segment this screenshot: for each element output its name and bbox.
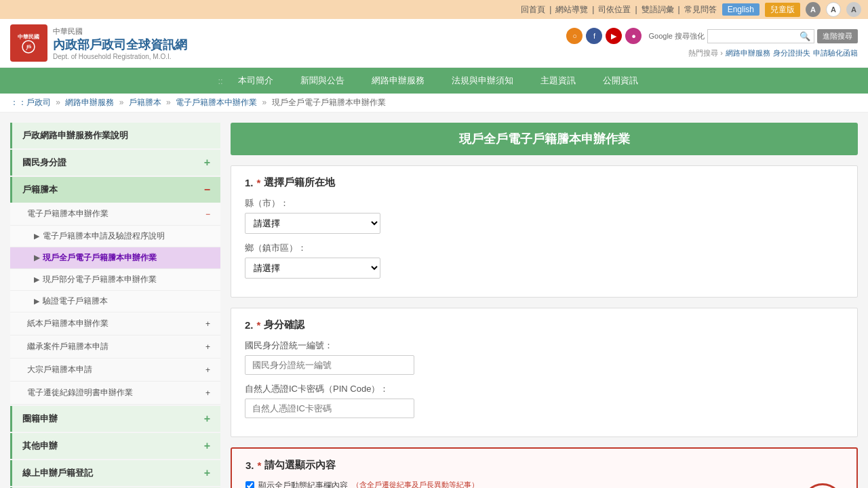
link-position[interactable]: 司依位置 [598,4,631,16]
sidebar-sub-inherit-label: 繼承案件戶籍謄本申請 [27,341,108,352]
nav-open-data[interactable]: 公開資訊 [589,68,652,94]
sidebar-item-service-label: 戶政網路申辦服務作業說明 [22,129,128,142]
sidebar-item-online-reg[interactable]: 線上申辦戶籍登記 + [10,460,220,486]
sidebar-section-id: 國民身分證 + [10,150,220,176]
search-input[interactable] [711,31,800,41]
sidebar-item-circle[interactable]: 圈籍申辦 + [10,406,220,432]
sidebar-item-id[interactable]: 國民身分證 + [10,150,220,176]
checkbox-0-note: （含全戶遷徙紀事及戶長異動等紀事） [352,480,479,488]
sidebar-item-other-label: 其他申辦 [22,440,58,452]
sidebar-sub-inherit[interactable]: 繼承案件戶籍謄本申請 + [10,336,220,359]
instagram-icon[interactable]: ● [625,28,642,44]
sidebar-subsub-current-part[interactable]: ▶ 現戶部分電子戶籍謄本申辦作業 [10,269,220,291]
link-sitemap[interactable]: 網站導覽 [555,4,588,16]
sidebar-item-service[interactable]: 戶政網路申辦服務作業說明 [10,123,220,148]
breadcrumb-home[interactable]: ：：戶政司 [10,98,51,107]
breadcrumb-current: 現戶全戶電子戶籍謄本申辦作業 [272,98,386,107]
pin-label: 自然人憑證IC卡密碼（PIN Code）： [245,383,844,395]
sidebar-subsub-procedure[interactable]: ▶ 電子戶籍謄本申請及驗證程序說明 [10,226,220,247]
youtube-icon[interactable]: ▶ [606,28,622,44]
section2-num: 2. [245,319,254,331]
section2-star: * [257,319,261,331]
section1-star: * [257,177,261,188]
id-input[interactable] [245,355,414,375]
avatar-a2[interactable]: A [826,2,841,17]
advanced-search-button[interactable]: 進階搜尋 [817,29,858,43]
sidebar-subsub-procedure-label: 電子戶籍謄本申請及驗證程序說明 [43,230,165,242]
nav-news[interactable]: 新聞與公告 [287,68,358,94]
sidebar-sub-paper[interactable]: 紙本戶籍謄本申辦作業 + [10,312,220,336]
hot-link-1[interactable]: 網路申辦服務 [726,48,770,58]
sidebar-sub-migration[interactable]: 電子遷徙紀錄證明書申辦作業 + [10,382,220,405]
sidebar-sub-electronic-label: 電子戶籍謄本申辦作業 [27,208,108,220]
sidebar-sub-household: 電子戶籍謄本申辦作業 − ▶ 電子戶籍謄本申請及驗證程序說明 ▶ 現戶全戶電子戶… [10,203,220,405]
svg-rect-0 [14,28,44,58]
section1-block: 1. * 選擇戶籍所在地 縣（市）： 請選擇 鄉（鎮市區）： 請選擇 [231,165,858,298]
sidebar-section-circle: 圈籍申辦 + [10,406,220,432]
nav-online-service[interactable]: 網路申辦服務 [358,68,438,94]
republic-label: 中華民國 [53,26,187,37]
sidebar-subsub-current-all-label: 現戶全戶電子戶籍謄本申辦作業 [43,252,157,264]
children-button[interactable]: 兒童版 [765,3,800,17]
checkbox-0-label: 顯示全戶動態紀事欄內容 [258,480,348,488]
county-label: 縣（市）： [245,197,844,209]
search-button[interactable]: 🔍 [800,31,810,41]
district-label: 鄉（鎮市區）： [245,242,844,254]
county-row: 縣（市）： 請選擇 [245,197,844,234]
search-box: 🔍 [707,29,814,43]
sidebar-section-online-reg: 線上申辦戶籍登記 + [10,460,220,486]
district-row: 鄉（鎮市區）： 請選擇 [245,242,844,279]
sidebar-sub-bulk-label: 大宗戶籍謄本申請 [27,364,92,375]
sidebar-item-household[interactable]: 戶籍謄本 − [10,177,220,203]
nav-theme[interactable]: 主題資訊 [527,68,589,94]
sidebar-sub-paper-label: 紙本戶籍謄本申辦作業 [27,318,108,329]
breadcrumb-register[interactable]: 戶籍謄本 [129,98,161,107]
avatar-a3[interactable]: A [846,2,861,17]
hot-link-2[interactable]: 身分證掛失 [773,48,810,58]
english-button[interactable]: English [722,3,760,16]
section1-title: 1. * 選擇戶籍所在地 [245,176,844,189]
sidebar-item-other-toggle: + [204,440,210,452]
sidebar-item-online-reg-label: 線上申辦戶籍登記 [22,467,93,479]
county-select[interactable]: 請選擇 [245,213,380,234]
sidebar-item-online-reg-toggle: + [204,467,210,479]
sidebar-sub-bulk[interactable]: 大宗戶籍謄本申請 + [10,359,220,382]
id-row: 國民身分證統一編號： [245,340,844,375]
facebook-icon[interactable]: f [586,28,602,44]
section3-block: 3 3. * 請勾選顯示內容 顯示全戶動態紀事欄內容 （含全戶遷徙紀事及戶長異動… [231,447,858,488]
sidebar-subsub-verify[interactable]: ▶ 驗證電子戶籍謄本 [10,291,220,312]
avatar-a1[interactable]: A [806,2,821,17]
pin-input[interactable] [245,399,414,418]
svg-text:中華民國: 中華民國 [18,34,39,40]
sidebar-section-household: 戶籍謄本 − 電子戶籍謄本申辦作業 − ▶ 電子戶籍謄本申請及驗證程序說明 ▶ … [10,177,220,405]
sidebar-subsub-current-all[interactable]: ▶ 現戶全戶電子戶籍謄本申辦作業 [10,247,220,269]
link-home[interactable]: 回首頁 [521,4,545,16]
nav-law[interactable]: 法規與申辦須知 [438,68,527,94]
sidebar-item-other[interactable]: 其他申辦 + [10,433,220,459]
arrow-icon-1: ▶ [34,232,39,241]
sidebar-item-household-label: 戶籍謄本 [22,184,58,196]
sidebar-sub-electronic[interactable]: 電子戶籍謄本申辦作業 − [10,203,220,226]
nav: :: 本司簡介 新聞與公告 網路申辦服務 法規與申辦須知 主題資訊 公開資訊 [0,68,868,94]
header-right: ○ f ▶ ● Google 搜尋強化 🔍 進階搜尋 熱門搜尋 › 網路申辦服務… [566,28,858,58]
sidebar-item-id-toggle: + [204,157,210,169]
sidebar-item-id-label: 國民身分證 [22,157,66,169]
link-bilingual[interactable]: 雙語詞彙 [642,4,674,16]
search-area: Google 搜尋強化 🔍 進階搜尋 [648,29,858,43]
nav-about[interactable]: 本司簡介 [224,68,287,94]
breadcrumb-online[interactable]: 網路申辦服務 [65,98,114,107]
link-faq[interactable]: 常見問答 [684,4,717,16]
hot-link-3[interactable]: 申請驗化函籍 [813,48,858,58]
district-select[interactable]: 請選擇 [245,258,380,279]
rss-icon[interactable]: ○ [566,28,583,44]
section2-title-text: 身分確認 [264,319,304,331]
logo-text: 中華民國 內政部戶政司全球資訊網 Dept. of Household Regi… [53,26,187,60]
id-label: 國民身分證統一編號： [245,340,844,352]
section1-num: 1. [245,177,254,188]
header: 中華民國 戶 中華民國 內政部戶政司全球資訊網 Dept. of Househo… [0,19,868,68]
breadcrumb-ecopy[interactable]: 電子戶籍謄本中辦作業 [176,98,257,107]
section3-num: 3. [245,460,254,471]
top-links: 回首頁 | 網站導覽 | 司依位置 | 雙語詞彙 | 常見問答 [521,4,717,16]
breadcrumb: ：：戶政司 » 網路申辦服務 » 戶籍謄本 » 電子戶籍謄本中辦作業 » 現戶全… [0,94,868,113]
checkbox-0[interactable] [245,481,254,488]
